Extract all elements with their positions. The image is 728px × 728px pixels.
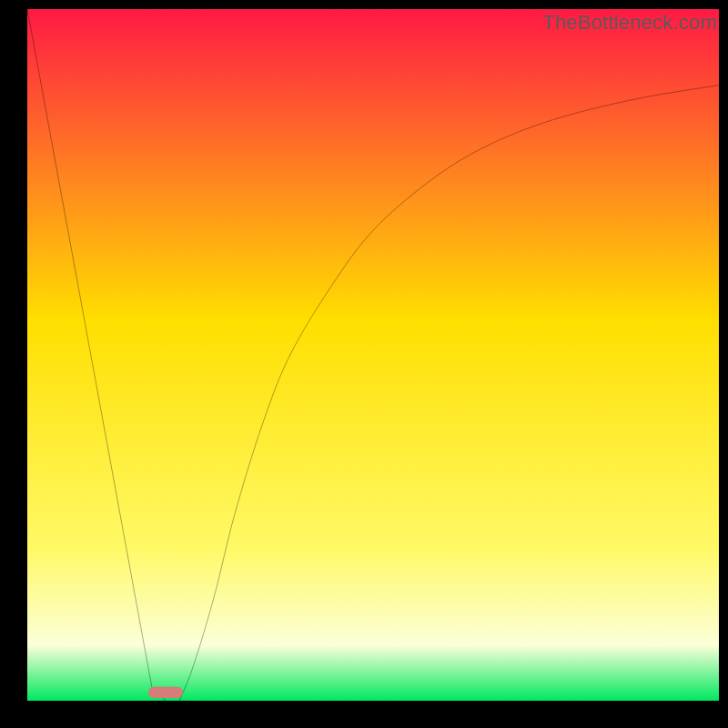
chart-svg xyxy=(27,9,719,701)
watermark-text: TheBottleneck.com xyxy=(542,11,717,35)
minimum-marker xyxy=(148,687,183,698)
chart-frame xyxy=(27,9,719,701)
gradient-rect xyxy=(27,9,719,701)
